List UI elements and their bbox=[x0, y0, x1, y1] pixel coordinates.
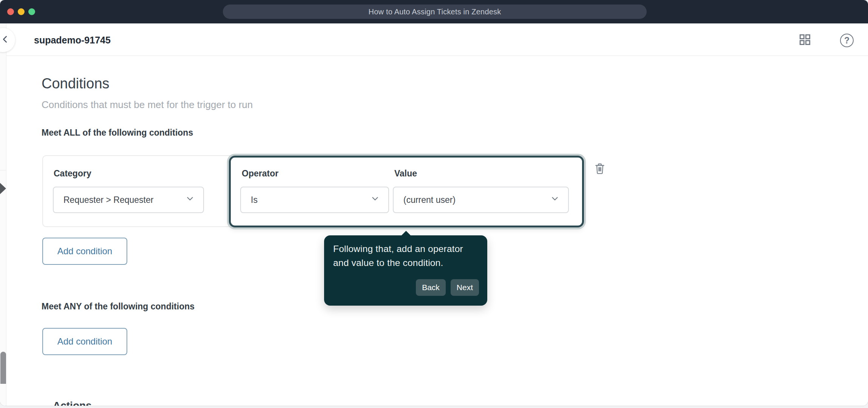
trash-icon bbox=[594, 162, 606, 177]
add-condition-button-all[interactable]: Add condition bbox=[42, 238, 127, 265]
tooltip-caret bbox=[402, 231, 411, 235]
tooltip-actions: Back Next bbox=[416, 279, 479, 296]
tooltip-text: Following that, add an operator and valu… bbox=[333, 242, 477, 270]
chevron-down-icon bbox=[370, 194, 380, 206]
minimize-window-button[interactable] bbox=[18, 8, 25, 15]
help-button[interactable]: ? bbox=[840, 34, 854, 47]
actions-section-title-partial: Actions bbox=[53, 400, 92, 406]
delete-condition-button[interactable] bbox=[593, 162, 607, 177]
tour-tooltip: Following that, add an operator and valu… bbox=[324, 235, 487, 306]
grid-icon bbox=[798, 32, 812, 48]
close-window-button[interactable] bbox=[7, 8, 14, 15]
meet-all-section-title: Meet ALL of the following conditions bbox=[42, 128, 193, 138]
meet-any-section-title: Meet ANY of the following conditions bbox=[42, 301, 195, 312]
page-title: Conditions bbox=[42, 76, 110, 92]
value-label: Value bbox=[394, 168, 417, 179]
category-select[interactable]: Requester > Requester bbox=[53, 187, 204, 213]
chevron-left-icon bbox=[0, 34, 11, 46]
rail-divider bbox=[0, 170, 6, 170]
titlebar: How to Auto Assign Tickets in Zendesk bbox=[0, 0, 868, 23]
operator-select[interactable]: Is bbox=[240, 187, 389, 213]
chevron-down-icon bbox=[185, 194, 195, 206]
chevron-down-icon bbox=[550, 194, 560, 206]
operator-select-value: Is bbox=[251, 195, 258, 205]
tour-next-button[interactable]: Next bbox=[451, 279, 479, 296]
category-label: Category bbox=[54, 168, 91, 179]
traffic-lights bbox=[7, 8, 35, 15]
browser-window: How to Auto Assign Tickets in Zendesk su… bbox=[0, 0, 868, 406]
demo-title: supademo-91745 bbox=[34, 35, 111, 46]
value-select[interactable]: (current user) bbox=[393, 187, 569, 213]
zoom-window-button[interactable] bbox=[28, 8, 35, 15]
window-title: How to Auto Assign Tickets in Zendesk bbox=[223, 5, 647, 19]
apps-grid-button[interactable] bbox=[798, 33, 812, 48]
add-condition-button-any[interactable]: Add condition bbox=[42, 328, 127, 355]
tour-back-button[interactable]: Back bbox=[416, 279, 446, 296]
vertical-scrollbar-thumb[interactable] bbox=[0, 352, 6, 384]
operator-label: Operator bbox=[242, 168, 278, 179]
question-mark-icon: ? bbox=[844, 36, 849, 46]
category-select-value: Requester > Requester bbox=[63, 195, 153, 205]
value-select-value: (current user) bbox=[403, 195, 456, 205]
page-subtitle: Conditions that must be met for the trig… bbox=[42, 99, 253, 111]
left-rail bbox=[0, 23, 6, 406]
app-header bbox=[6, 23, 868, 56]
panel-resize-handle[interactable] bbox=[0, 183, 6, 194]
